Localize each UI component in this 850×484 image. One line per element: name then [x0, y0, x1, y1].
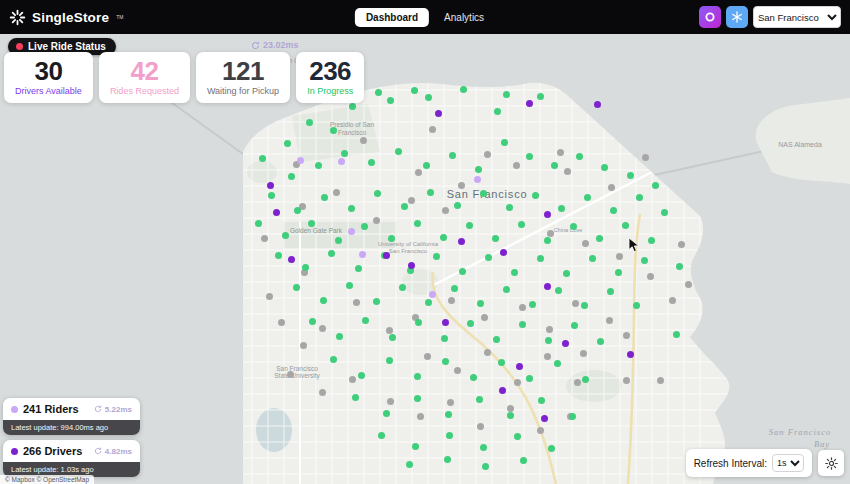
map-dot-in-progress [358, 372, 365, 379]
map-dot-in-progress [558, 205, 565, 212]
map-dot-in-progress [309, 318, 316, 325]
map-dot-in-progress [308, 220, 315, 227]
map-dot-in-progress [315, 162, 322, 169]
map-dot-waiting [574, 379, 581, 386]
map-dot-in-progress [576, 153, 583, 160]
map-dot-driver [408, 262, 415, 269]
map-dot-in-progress [532, 192, 539, 199]
map-dot-in-progress [378, 432, 385, 439]
tab-dashboard[interactable]: Dashboard [355, 8, 429, 27]
riders-timer: 5.22ms [94, 405, 132, 414]
map-dot-in-progress [330, 127, 337, 134]
map-dot-waiting [373, 217, 380, 224]
live-indicator-dot [16, 43, 23, 50]
map-dot-in-progress [341, 150, 348, 157]
map-dot-driver [458, 238, 465, 245]
map-dot-in-progress [401, 203, 408, 210]
map-dot-waiting [608, 184, 615, 191]
map-dot-waiting [448, 297, 455, 304]
map-dot-in-progress [387, 97, 394, 104]
map-dot-in-progress [622, 222, 629, 229]
map-dot-in-progress [275, 252, 282, 259]
map-dot-in-progress [518, 221, 525, 228]
map-dot-driver [526, 100, 533, 107]
map-dot-in-progress [545, 337, 552, 344]
map-dot-driver [544, 211, 551, 218]
map-dot-in-progress [673, 331, 680, 338]
map-dot-in-progress [395, 148, 402, 155]
map-dot-waiting [507, 405, 514, 412]
map-dot-in-progress [414, 373, 421, 380]
map-dot-waiting [266, 293, 273, 300]
map-dot-waiting [623, 377, 630, 384]
map-dot-in-progress [349, 103, 356, 110]
map-dot-in-progress [529, 301, 536, 308]
map-dot-in-progress [480, 444, 487, 451]
map-dot-in-progress [548, 445, 555, 452]
map-dot-waiting [424, 353, 431, 360]
map-dot-in-progress [386, 357, 393, 364]
map-dot-in-progress [355, 265, 362, 272]
map-dot-in-progress [449, 152, 456, 159]
map-dot-waiting [685, 281, 692, 288]
map-dot-in-progress [584, 194, 591, 201]
refresh-interval-select[interactable]: 1s [772, 454, 804, 472]
map-dot-waiting [429, 126, 436, 133]
refresh-icon [251, 41, 260, 50]
snowflake-icon [731, 11, 743, 23]
stat-value: 236 [307, 58, 353, 85]
map-dot-in-progress [610, 207, 617, 214]
map-dot-waiting [616, 253, 623, 260]
refresh-timer-value: 23.02ms [263, 40, 299, 50]
theme-purple-button[interactable] [699, 6, 721, 28]
map-dot-waiting [447, 399, 454, 406]
display-settings-button[interactable] [818, 450, 844, 476]
map-dot-in-progress [433, 253, 440, 260]
map-dot-in-progress [514, 433, 521, 440]
map-dot-waiting [564, 168, 571, 175]
map-dot-waiting [582, 240, 589, 247]
stats-row: 30 Drivers Available 42 Rides Requested … [4, 52, 364, 103]
drivers-card: 266 Drivers 4.82ms Latest update: 1.03s … [3, 440, 140, 477]
map-dot-in-progress [255, 220, 262, 227]
map-dot-in-progress [636, 194, 643, 201]
map-dot-in-progress [676, 263, 683, 270]
map-dot-waiting [458, 182, 465, 189]
map-dot-waiting [417, 413, 424, 420]
map-dot-in-progress [383, 410, 390, 417]
map-dot-in-progress [485, 254, 492, 261]
map-dot-in-progress [601, 164, 608, 171]
map-dot-in-progress [482, 463, 489, 470]
map[interactable]: San FranciscoGolden Gate BridgePresidio … [0, 34, 850, 484]
city-select[interactable]: San Francisco [753, 6, 841, 28]
map-dot-in-progress [362, 317, 369, 324]
map-dot-driver [627, 351, 634, 358]
map-dot-in-progress [551, 162, 558, 169]
map-dot-in-progress [306, 119, 313, 126]
map-dot-in-progress [415, 319, 422, 326]
stat-label: In Progress [307, 86, 353, 96]
map-dot-in-progress [268, 192, 275, 199]
map-dot-in-progress [320, 297, 327, 304]
theme-blue-button[interactable] [726, 6, 748, 28]
map-dot-in-progress [652, 182, 659, 189]
riders-count: 241 Riders [23, 403, 79, 415]
map-dot-waiting [319, 389, 326, 396]
map-dot-in-progress [607, 288, 614, 295]
map-attribution[interactable]: © Mapbox © OpenStreetMap [0, 475, 94, 484]
map-dot-in-progress [569, 413, 576, 420]
map-dot-rider [429, 291, 436, 298]
map-dot-waiting [484, 151, 491, 158]
map-dot-waiting [513, 162, 520, 169]
map-dot-driver [499, 387, 506, 394]
map-dot-waiting [300, 342, 307, 349]
map-dot-waiting [572, 300, 579, 307]
map-dot-in-progress [440, 234, 447, 241]
riders-card: 241 Riders 5.22ms Latest update: 994.00m… [3, 398, 140, 435]
map-dot-in-progress [442, 358, 449, 365]
map-dot-waiting [647, 273, 654, 280]
map-dot-in-progress [470, 374, 477, 381]
tab-analytics[interactable]: Analytics [433, 8, 495, 27]
riders-timer-value: 5.22ms [105, 405, 132, 414]
map-dot-waiting [319, 325, 326, 332]
